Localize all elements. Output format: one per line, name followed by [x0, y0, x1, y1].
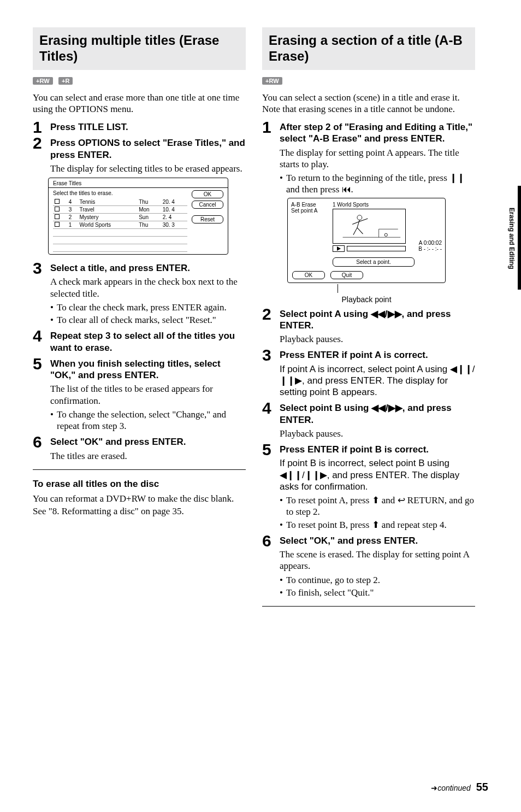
side-tab: Erasing and Editing	[509, 186, 521, 290]
step-title: Select "OK" and press ENTER.	[50, 436, 246, 448]
right-badges: +RW	[262, 75, 475, 85]
row-len: 2. 4	[161, 214, 187, 221]
dialog-row: 4 Tennis Thu 20. 4	[53, 198, 187, 206]
left-subheading: To erase all titles on the disc	[33, 479, 246, 490]
badge-r: +R	[58, 77, 73, 85]
bullet: To reset point A, press ⬆ and ↩ RETURN, …	[280, 495, 475, 518]
right-intro: You can select a section (scene) in a ti…	[262, 92, 475, 115]
checkbox-icon	[55, 199, 60, 204]
bullet: To change the selection, select "Change,…	[50, 409, 246, 432]
right-steps: After step 2 of "Erasing and Editing a T…	[262, 121, 475, 598]
right-step-5: Press ENTER if point B is correct. If po…	[262, 444, 475, 531]
left-step-1: Press TITLE LIST.	[33, 121, 246, 133]
bullet: To continue, go to step 2.	[280, 574, 475, 586]
divider	[262, 606, 475, 607]
row-num: 1	[67, 221, 78, 229]
svg-point-0	[357, 215, 362, 220]
step-title: Press ENTER if point B is correct.	[280, 444, 475, 455]
row-name: World Sports	[78, 221, 137, 229]
step-title: Select point B using ◀◀/▶▶, and press EN…	[280, 402, 475, 426]
left-intro: You can select and erase more than one t…	[33, 92, 246, 115]
left-section-title: Erasing multiple titles (Erase Titles)	[33, 27, 246, 70]
dialog-select-label: Select the titles to erase.	[53, 190, 187, 196]
row-len: 30. 3	[161, 221, 187, 229]
row-len: 20. 4	[161, 198, 187, 206]
left-column: Erasing multiple titles (Erase Titles) +…	[33, 27, 246, 612]
time-a: A 0:00:02	[411, 240, 442, 246]
progress-track	[347, 246, 406, 251]
row-name: Mystery	[78, 214, 137, 221]
step-title: When you finish selecting titles, select…	[50, 358, 246, 381]
row-name: Tennis	[78, 198, 137, 206]
divider	[33, 469, 246, 470]
dialog-row: 1 World Sports Thu 30. 3	[53, 221, 187, 229]
left-subbody1: You can reformat a DVD+RW to make the di…	[33, 493, 246, 504]
step-title: After step 2 of "Erasing and Editing a T…	[280, 121, 475, 145]
side-tab-label: Erasing and Editing	[508, 208, 516, 269]
row-day: Thu	[137, 221, 161, 229]
step-title: Select "OK," and press ENTER.	[280, 535, 475, 546]
checkbox-icon	[55, 214, 60, 219]
left-step-4: Repeat step 3 to select all of the title…	[33, 330, 246, 354]
dialog-ok-button: OK	[192, 190, 223, 198]
step-body: If point B is incorrect, select point B …	[280, 457, 475, 492]
erase-titles-dialog: Erase Titles Select the titles to erase.…	[48, 178, 228, 255]
row-num: 3	[67, 206, 78, 214]
step-title: Press ENTER if point A is correct.	[280, 349, 475, 361]
left-step-6: Select "OK" and press ENTER. The titles …	[33, 436, 246, 462]
dialog-table: 4 Tennis Thu 20. 4 3 Travel Mon	[53, 198, 187, 252]
step-title: Press OPTIONS to select "Erase Titles," …	[50, 137, 246, 161]
time-b: B - :- - :- -	[411, 246, 442, 252]
left-subbody2: See "8. Reformatting a disc" on page 35.	[33, 505, 246, 517]
left-steps: Press TITLE LIST. Press OPTIONS to selec…	[33, 121, 246, 462]
side-tab-bar	[518, 186, 521, 290]
step-body: The display for setting point A appears.…	[280, 147, 475, 170]
dialog-row: 3 Travel Mon 10. 4	[53, 206, 187, 214]
bullet: To reset point B, press ⬆ and repeat ste…	[280, 519, 475, 531]
badge-rw: +RW	[33, 77, 53, 85]
right-step-6: Select "OK," and press ENTER. The scene …	[262, 535, 475, 598]
bullet: To return to the beginning of the title,…	[280, 172, 475, 196]
left-step-2: Press OPTIONS to select "Erase Titles," …	[33, 137, 246, 255]
dialog-caption: Playback point	[287, 285, 446, 304]
badge-rw: +RW	[262, 77, 282, 85]
step-body: If point A is incorrect, select point A …	[280, 363, 475, 398]
step-body: The titles are erased.	[50, 450, 246, 462]
right-step-4: Select point B using ◀◀/▶▶, and press EN…	[262, 402, 475, 439]
row-day: Mon	[137, 206, 161, 214]
row-day: Sun	[137, 214, 161, 221]
right-step-2: Select point A using ◀◀/▶▶, and press EN…	[262, 308, 475, 345]
dialog-label2: Set point A	[291, 208, 327, 214]
dialog-quit-button: Quit	[330, 271, 363, 279]
svg-marker-2	[337, 246, 341, 251]
svg-point-1	[384, 233, 387, 236]
dialog-reset-button: Reset	[192, 215, 223, 223]
right-column: Erasing a section of a title (A-B Erase)…	[262, 27, 475, 612]
row-day: Thu	[137, 198, 161, 206]
sports-figure-icon	[333, 209, 405, 243]
checkbox-icon	[55, 222, 60, 227]
dialog-row: 2 Mystery Sun 2. 4	[53, 214, 187, 221]
left-step-5: When you finish selecting titles, select…	[33, 358, 246, 432]
dialog-label1: A-B Erase	[291, 202, 327, 208]
step-body: The list of the titles to be erased appe…	[50, 383, 246, 407]
right-step-1: After step 2 of "Erasing and Editing a T…	[262, 121, 475, 304]
continued-label: continued	[437, 784, 471, 792]
row-num: 2	[67, 214, 78, 221]
step-title: Select a title, and press ENTER.	[50, 262, 246, 274]
left-badges: +RW +R	[33, 75, 246, 85]
row-num: 4	[67, 198, 78, 206]
step-title: Repeat step 3 to select all of the title…	[50, 330, 246, 354]
right-section-title: Erasing a section of a title (A-B Erase)	[262, 27, 475, 70]
step-title: Press TITLE LIST.	[50, 121, 246, 133]
row-name: Travel	[78, 206, 137, 214]
play-icon	[333, 245, 345, 252]
checkbox-icon	[55, 207, 60, 211]
page-number: 55	[476, 781, 488, 793]
row-len: 10. 4	[161, 206, 187, 214]
step-body: The display for selecting titles to be e…	[50, 163, 246, 174]
step-body: The scene is erased. The display for set…	[280, 549, 475, 572]
dialog-screen	[333, 209, 406, 244]
bullet: To finish, select "Quit."	[280, 587, 475, 598]
arrow-right-icon: ➜	[431, 784, 437, 792]
